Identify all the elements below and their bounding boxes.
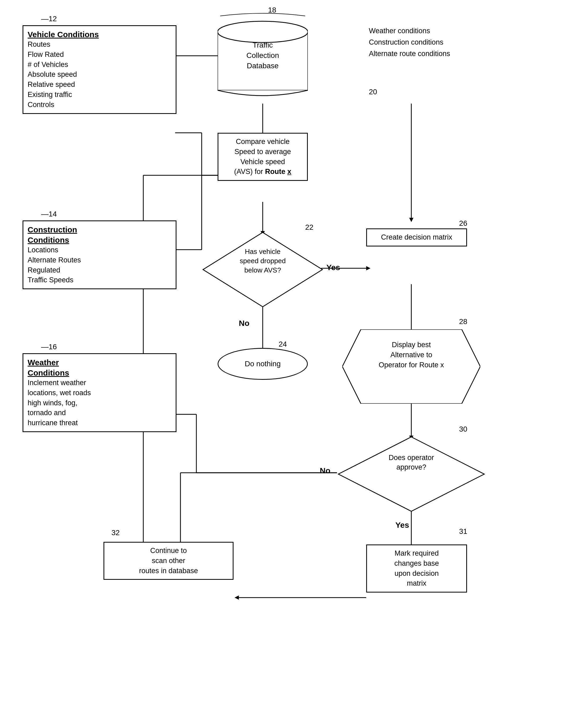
operator-approve-diamond: Does operatorapprove? — [337, 436, 485, 513]
ref-12: —12 — [41, 15, 57, 23]
create-matrix-box: Create decision matrix — [366, 228, 467, 246]
no-label-1: No — [239, 319, 249, 328]
compare-box: Compare vehicleSpeed to averageVehicle s… — [218, 133, 308, 181]
weather-body: Inclement weatherlocations, wet roadshig… — [28, 378, 171, 428]
side-conditions: Weather conditionsConstruction condition… — [369, 25, 450, 60]
ref18-line — [218, 10, 308, 19]
yes-label-2: Yes — [395, 521, 409, 529]
traffic-db-label: TrafficCollectionDatabase — [218, 40, 308, 71]
traffic-db: TrafficCollectionDatabase — [218, 19, 308, 105]
ref-26: 26 — [459, 219, 467, 228]
decision-diamond: Has vehiclespeed droppedbelow AVS? — [202, 231, 324, 308]
construction-title: ConstructionConditions — [28, 225, 171, 245]
display-alt-hexagon: Display bestAlternative toOperator for R… — [342, 329, 480, 404]
flowchart-diagram: —12 Vehicle Conditions Routes Flow Rated… — [0, 0, 583, 728]
decision-label: Has vehiclespeed droppedbelow AVS? — [212, 247, 313, 275]
display-alt-label: Display bestAlternative toOperator for R… — [356, 340, 467, 370]
ref-24: 24 — [279, 340, 287, 348]
continue-scan-box: Continue toscan otherroutes in database — [104, 542, 233, 580]
ref-30: 30 — [459, 425, 467, 434]
svg-marker-13 — [366, 266, 370, 270]
ref-28: 28 — [459, 317, 467, 326]
construction-conditions-box: ConstructionConditions LocationsAlternat… — [23, 220, 176, 289]
ref-32: 32 — [111, 528, 120, 537]
create-matrix-label: Create decision matrix — [371, 232, 462, 242]
weather-title: WeatherConditions — [28, 357, 171, 378]
operator-approve-label: Does operatorapprove? — [358, 453, 464, 472]
svg-point-35 — [218, 21, 308, 43]
construction-body: LocationsAlternate RoutesRegulatedTraffi… — [28, 245, 171, 285]
mark-changes-label: Mark requiredchanges baseupon decisionma… — [371, 548, 462, 589]
svg-marker-38 — [338, 437, 484, 511]
svg-marker-9 — [409, 218, 413, 222]
compare-label: Compare vehicleSpeed to averageVehicle s… — [223, 137, 303, 177]
mark-changes-box: Mark requiredchanges baseupon decisionma… — [366, 544, 467, 593]
weather-conditions-box: WeatherConditions Inclement weatherlocat… — [23, 353, 176, 432]
yes-label-1: Yes — [326, 263, 340, 272]
operator-approve-svg — [337, 436, 485, 513]
ref-16: —16 — [41, 343, 57, 351]
ref-14: —14 — [41, 210, 57, 218]
continue-scan-label: Continue toscan otherroutes in database — [109, 546, 228, 576]
svg-marker-26 — [234, 595, 239, 600]
vehicle-conditions-title: Vehicle Conditions — [28, 29, 171, 40]
do-nothing: Do nothing — [218, 348, 308, 380]
no-label-2: No — [320, 466, 330, 475]
ref-22: 22 — [305, 223, 313, 232]
ref-31: 31 — [459, 527, 467, 536]
do-nothing-label: Do nothing — [245, 360, 280, 368]
vehicle-conditions-body: Routes Flow Rated # of Vehicles Absolute… — [28, 40, 171, 110]
vehicle-conditions-box: Vehicle Conditions Routes Flow Rated # o… — [23, 25, 176, 114]
ref-20: 20 — [369, 88, 377, 96]
